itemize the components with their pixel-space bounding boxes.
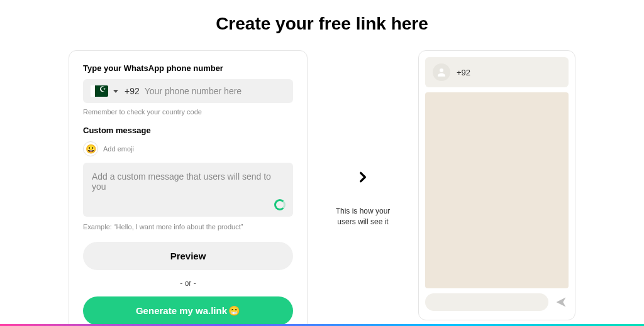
main-row: Type your WhatsApp phone number +92 Reme… [0, 50, 644, 326]
emoji-row: 😀 Add emoji [83, 141, 293, 156]
middle-column: This is how your users will see it [325, 50, 401, 227]
chat-header: +92 [425, 57, 569, 87]
message-input[interactable] [92, 171, 284, 192]
loading-spinner-icon [274, 199, 286, 210]
pakistan-flag-icon[interactable] [91, 85, 108, 97]
phone-hint: Remember to check your country code [83, 108, 293, 116]
emoji-icon[interactable]: 😀 [83, 141, 98, 156]
form-card: Type your WhatsApp phone number +92 Reme… [69, 50, 308, 326]
preview-button[interactable]: Preview [83, 242, 293, 270]
phone-input-group: +92 [83, 79, 293, 103]
preview-caption-line2: users will see it [337, 217, 388, 226]
chat-input-placeholder [425, 293, 548, 311]
or-divider: - or - [83, 279, 293, 288]
preview-caption: This is how your users will see it [325, 206, 401, 227]
grin-emoji-icon: 😁 [228, 305, 240, 316]
message-example: Example: “Hello, I want more info about … [83, 223, 293, 231]
avatar-icon [433, 63, 450, 81]
phone-preview: +92 [418, 50, 575, 320]
message-label: Custom message [83, 126, 293, 135]
chat-footer [425, 293, 569, 311]
generate-button-label: Generate my wa.link [136, 305, 227, 316]
chevron-down-icon[interactable] [113, 90, 118, 93]
svg-point-0 [440, 68, 443, 72]
generate-button[interactable]: Generate my wa.link😁 [83, 296, 293, 325]
chevron-right-icon [325, 170, 401, 187]
phone-input[interactable] [145, 86, 286, 96]
page-title: Create your free link here [0, 14, 644, 34]
add-emoji-label[interactable]: Add emoji [103, 145, 134, 153]
chat-body [425, 92, 569, 288]
message-box [83, 163, 293, 217]
preview-caption-line1: This is how your [336, 207, 391, 215]
phone-label: Type your WhatsApp phone number [83, 63, 293, 73]
dial-code: +92 [125, 86, 140, 96]
send-icon [553, 295, 569, 310]
chat-contact-name: +92 [457, 68, 470, 77]
